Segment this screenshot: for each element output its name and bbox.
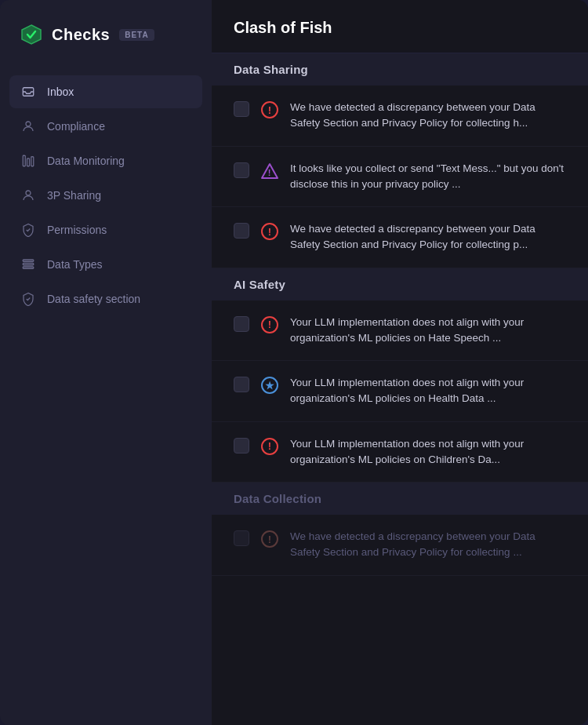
logo-text: Checks — [52, 26, 110, 44]
section-title: Data Sharing — [234, 63, 308, 76]
error-circle-icon: ! — [261, 316, 278, 333]
error-circle-faded-icon: ! — [261, 530, 278, 548]
error-icon: ! — [260, 222, 279, 241]
error-faded-icon: ! — [260, 530, 279, 548]
error-circle-icon: ! — [261, 101, 278, 118]
main-header: Clash of Fish — [212, 0, 588, 53]
sidebar-item-label: Data Types — [47, 258, 103, 271]
error-circle-icon: ! — [261, 438, 278, 455]
issue-text: We have detected a discrepancy between y… — [290, 100, 566, 132]
section-data-collection: Data Collection — [212, 483, 588, 515]
inbox-icon — [20, 84, 36, 100]
svg-rect-3 — [27, 158, 30, 166]
content-area[interactable]: Data Sharing ! We have detected a discre… — [212, 53, 588, 725]
triangle-warning-icon: ! — [260, 162, 279, 180]
data-types-icon — [20, 257, 36, 272]
logo-icon — [19, 22, 44, 47]
issue-row[interactable]: ! We have detected a discrepancy between… — [212, 207, 588, 268]
app-title: Clash of Fish — [234, 19, 332, 36]
3p-sharing-icon — [20, 188, 36, 203]
error-circle-icon: ! — [261, 223, 278, 240]
issue-text: Your LLM implementation does not align w… — [290, 315, 566, 347]
issue-row[interactable]: ! Your LLM implementation does not align… — [212, 301, 588, 362]
sidebar-item-label: 3P Sharing — [47, 189, 101, 202]
error-icon: ! — [260, 315, 279, 334]
svg-rect-8 — [23, 267, 34, 268]
svg-rect-7 — [23, 264, 34, 265]
sidebar-header: Checks BETA — [0, 0, 212, 69]
svg-rect-6 — [23, 260, 34, 261]
permissions-icon — [20, 222, 36, 238]
compliance-icon — [20, 118, 36, 134]
beta-badge: BETA — [119, 29, 154, 41]
issue-checkbox[interactable] — [234, 530, 249, 546]
issue-row[interactable]: ! We have detected a discrepancy between… — [212, 515, 588, 576]
svg-text:!: ! — [268, 168, 271, 177]
error-icon: ! — [260, 100, 279, 119]
issue-text: We have detected a discrepancy between y… — [290, 221, 566, 253]
issue-text: Your LLM implementation does not align w… — [290, 375, 566, 407]
sidebar-nav: Inbox Compliance Data Monitoring 3P Shar… — [0, 69, 212, 725]
svg-point-5 — [26, 191, 31, 195]
sidebar: Checks BETA Inbox Compliance Data Monito… — [0, 0, 212, 725]
sidebar-item-permissions[interactable]: Permissions — [9, 213, 202, 246]
sidebar-item-data-safety[interactable]: Data safety section — [9, 282, 202, 315]
issue-text: It looks like you collect or send "Text … — [290, 161, 566, 193]
sidebar-item-label: Permissions — [47, 224, 107, 236]
issue-row[interactable]: ! Your LLM implementation does not align… — [212, 422, 588, 483]
issue-checkbox[interactable] — [234, 101, 249, 117]
sidebar-item-data-monitoring[interactable]: Data Monitoring — [9, 144, 202, 177]
issue-checkbox[interactable] — [234, 316, 249, 332]
data-monitoring-icon — [20, 153, 36, 169]
section-data-sharing: Data Sharing — [212, 53, 588, 86]
issue-text: Your LLM implementation does not align w… — [290, 436, 566, 468]
sidebar-item-data-types[interactable]: Data Types — [9, 248, 202, 281]
issue-checkbox[interactable] — [234, 223, 249, 239]
sidebar-item-label: Data safety section — [47, 293, 140, 305]
sidebar-item-compliance[interactable]: Compliance — [9, 110, 202, 143]
sidebar-item-label: Inbox — [47, 86, 74, 98]
svg-rect-4 — [31, 157, 34, 166]
issue-checkbox[interactable] — [234, 377, 249, 392]
main-content: Clash of Fish Data Sharing ! We have det… — [212, 0, 588, 725]
svg-rect-2 — [23, 155, 25, 166]
issue-checkbox[interactable] — [234, 438, 249, 454]
info-circle-icon: ★ — [261, 377, 278, 394]
warning-icon: ! — [260, 162, 279, 180]
sidebar-item-label: Data Monitoring — [47, 155, 125, 167]
issue-checkbox[interactable] — [234, 162, 249, 178]
svg-point-1 — [26, 122, 31, 126]
info-icon: ★ — [260, 376, 279, 395]
issue-row[interactable]: ! It looks like you collect or send "Tex… — [212, 147, 588, 208]
issue-text: We have detected a discrepancy between y… — [290, 529, 566, 561]
data-safety-icon — [20, 291, 36, 307]
section-title: AI Safety — [234, 278, 285, 291]
sidebar-item-3p-sharing[interactable]: 3P Sharing — [9, 179, 202, 212]
sidebar-item-inbox[interactable]: Inbox — [9, 75, 202, 108]
issue-row[interactable]: ★ Your LLM implementation does not align… — [212, 361, 588, 422]
section-title: Data Collection — [234, 492, 321, 505]
section-ai-safety: AI Safety — [212, 268, 588, 301]
sidebar-item-label: Compliance — [47, 120, 105, 133]
error-icon: ! — [260, 437, 279, 456]
issue-row[interactable]: ! We have detected a discrepancy between… — [212, 86, 588, 147]
